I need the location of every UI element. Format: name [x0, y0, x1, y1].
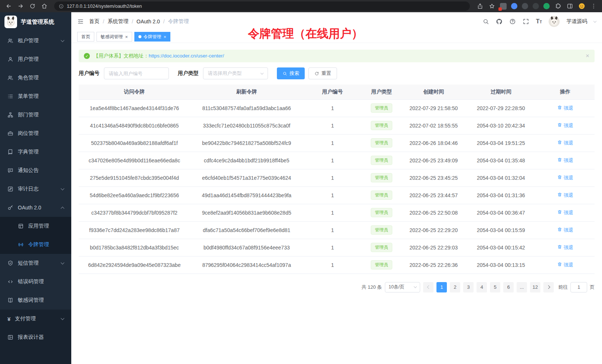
- user-type-cell: 管理员: [362, 117, 401, 134]
- page-button-12[interactable]: 12: [530, 282, 540, 292]
- column-header: 访问令牌: [79, 85, 190, 99]
- reset-button-label: 重置: [321, 70, 331, 77]
- sidebar-item-label: 敏感词管理: [18, 297, 64, 304]
- alert-prefix: 【用户体系】文档地址：: [94, 53, 149, 59]
- sidebar-item-oauth2-application[interactable]: 应用管理: [0, 217, 71, 235]
- browser-forward-icon[interactable]: [15, 1, 26, 12]
- doc-link[interactable]: https://doc.iocoder.cn/user-center/: [149, 53, 224, 59]
- sidebar-item-sensitive-word[interactable]: 敏感词管理: [0, 291, 71, 310]
- user-id-input[interactable]: [104, 67, 169, 79]
- collapse-sidebar-icon[interactable]: [77, 18, 84, 25]
- extensions-puzzle-icon[interactable]: [552, 1, 563, 12]
- extension-icon[interactable]: [500, 3, 507, 10]
- address-bar[interactable]: 127.0.0.1:1024/system/oauth2/token: [54, 1, 470, 11]
- alert-close-icon[interactable]: ×: [586, 52, 589, 60]
- page-size-select[interactable]: 10条/页: [385, 282, 420, 292]
- user-type-select[interactable]: 请选择用户类型: [203, 67, 268, 79]
- breadcrumb-item[interactable]: 系统管理: [108, 18, 128, 25]
- share-icon[interactable]: [474, 1, 485, 12]
- sidebar-item-sms[interactable]: 短信管理: [0, 254, 71, 272]
- column-header: 创建时间: [401, 85, 466, 99]
- sidebar-item-oauth2[interactable]: OAuth 2.0: [0, 198, 71, 217]
- side-panel-icon[interactable]: [564, 1, 575, 12]
- font-size-icon[interactable]: TT: [536, 18, 542, 25]
- browser-reload-icon[interactable]: [27, 1, 38, 12]
- extension-icon[interactable]: [533, 3, 539, 9]
- page-button-4[interactable]: 4: [477, 282, 487, 292]
- sidebar-item-user[interactable]: 用户管理: [0, 50, 71, 69]
- force-logout-button[interactable]: 强退: [557, 175, 573, 181]
- browser-home-icon[interactable]: [39, 1, 50, 12]
- app-logo[interactable]: 芋道管理系统: [0, 12, 71, 32]
- extension-icon[interactable]: [543, 3, 550, 9]
- header-toolbar: TT 芋道源码: [482, 16, 596, 27]
- next-page-button[interactable]: [543, 282, 554, 292]
- browser-back-icon[interactable]: [3, 1, 14, 12]
- user-avatar[interactable]: [549, 16, 560, 27]
- sidebar-item-dept[interactable]: 部门管理: [0, 106, 71, 124]
- force-logout-button[interactable]: 强退: [557, 192, 573, 199]
- page-button-3[interactable]: 3: [463, 282, 474, 292]
- access-token-cell: f9336e7c7dd242a283ee98dc86b17a87: [79, 221, 190, 239]
- fullscreen-icon[interactable]: [523, 18, 529, 25]
- users-icon: [7, 38, 13, 44]
- sidebar-item-dict[interactable]: 字典管理: [0, 143, 71, 161]
- prev-page-button[interactable]: [423, 282, 433, 292]
- tab-close-icon[interactable]: ×: [164, 34, 167, 39]
- force-logout-button[interactable]: 强退: [557, 262, 573, 268]
- page-button-2[interactable]: 2: [450, 282, 460, 292]
- force-logout-label: 强退: [564, 262, 573, 268]
- sidebar-item-error-code[interactable]: 错误码管理: [0, 272, 71, 291]
- page-button-1[interactable]: 1: [436, 282, 447, 292]
- breadcrumb-item[interactable]: 首页: [89, 18, 99, 25]
- sidebar-item-post[interactable]: 岗位管理: [0, 124, 71, 143]
- sidebar-item-audit-log[interactable]: 审计日志: [0, 180, 71, 198]
- breadcrumb-item[interactable]: OAuth 2.0: [137, 19, 160, 24]
- extension-icon[interactable]: [511, 3, 517, 9]
- force-logout-button[interactable]: 强退: [557, 105, 573, 112]
- list-icon: [7, 93, 13, 99]
- user-name[interactable]: 芋道源码: [566, 18, 587, 25]
- force-logout-button[interactable]: 强退: [557, 140, 573, 146]
- github-icon[interactable]: [496, 18, 503, 25]
- user-id-cell: 1: [303, 204, 362, 221]
- force-logout-button[interactable]: 强退: [557, 157, 573, 164]
- header-search-icon[interactable]: [482, 18, 489, 25]
- force-logout-button[interactable]: 强退: [557, 244, 573, 251]
- trash-icon: [557, 262, 562, 268]
- browser-profile-avatar[interactable]: [576, 1, 587, 12]
- help-icon[interactable]: [509, 18, 516, 25]
- sidebar-item-notice[interactable]: 通知公告: [0, 161, 71, 180]
- tab-close-icon[interactable]: ×: [125, 34, 128, 39]
- sidebar-item-menu[interactable]: 菜单管理: [0, 87, 71, 106]
- access-token-cell: 1ea5e44f8bc1467aaede43144f31de76: [79, 99, 190, 117]
- user-id-label: 用户编号: [79, 70, 99, 77]
- reset-button[interactable]: 重置: [308, 67, 337, 79]
- user-type-cell: 管理员: [362, 134, 401, 152]
- more-pages-button[interactable]: ...: [517, 282, 527, 292]
- browser-menu-icon[interactable]: [588, 1, 599, 12]
- bookmark-star-icon[interactable]: [486, 1, 497, 12]
- chevron-down-icon: [261, 71, 264, 74]
- page-button-5[interactable]: 5: [490, 282, 500, 292]
- tab-token[interactable]: 令牌管理×: [134, 32, 171, 42]
- sidebar-item-pay[interactable]: ¥支付管理: [0, 310, 71, 328]
- expire-time-cell: 2054-03-04 01:32:04: [466, 169, 536, 186]
- sidebar-item-tenant[interactable]: 租户管理: [0, 32, 71, 50]
- sidebar-item-report-designer[interactable]: 报表设计器: [0, 328, 71, 347]
- force-logout-button[interactable]: 强退: [557, 122, 573, 129]
- tab-sensitive-word[interactable]: 敏感词管理×: [96, 32, 132, 42]
- extension-icon[interactable]: [522, 3, 528, 9]
- page-button-6[interactable]: 6: [503, 282, 514, 292]
- search-button[interactable]: 搜索: [277, 67, 305, 79]
- force-logout-label: 强退: [564, 105, 573, 112]
- goto-page-input[interactable]: [570, 282, 587, 292]
- signal-icon: [18, 242, 24, 248]
- sidebar-item-role[interactable]: 角色管理: [0, 69, 71, 87]
- sidebar-item-oauth2-token[interactable]: 令牌管理: [0, 235, 71, 254]
- force-logout-button[interactable]: 强退: [557, 227, 573, 234]
- expire-time-cell: 2054-03-04 01:35:48: [466, 152, 536, 169]
- force-logout-button[interactable]: 强退: [557, 209, 573, 216]
- site-info-icon[interactable]: [59, 4, 64, 9]
- tab-home[interactable]: 首页: [77, 32, 94, 42]
